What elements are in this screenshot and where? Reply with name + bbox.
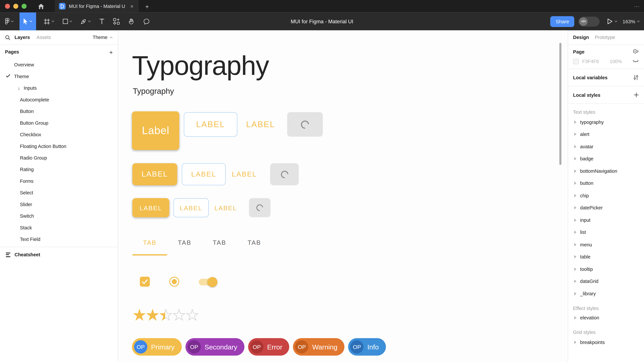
close-window-button[interactable] xyxy=(5,4,10,9)
pen-tool-button[interactable] xyxy=(80,12,92,30)
dev-mode-toggle[interactable]: </> xyxy=(578,16,600,26)
text-button-medium[interactable]: LABEL xyxy=(230,163,259,185)
triangle-right-icon[interactable] xyxy=(574,169,576,173)
style-item-badge[interactable]: badge xyxy=(573,153,639,165)
star-full-icon[interactable]: ★ xyxy=(132,305,145,324)
eye-closed-icon[interactable] xyxy=(632,59,639,64)
window-more-icon[interactable]: ⋯ xyxy=(634,0,640,12)
tab-layers[interactable]: Layers xyxy=(14,35,30,40)
loading-button-medium[interactable] xyxy=(270,163,299,185)
page-item-floating-action-button[interactable]: Floating Action Button xyxy=(0,140,118,152)
add-page-button[interactable]: + xyxy=(109,48,113,56)
triangle-right-icon[interactable] xyxy=(574,182,576,185)
style-item-elevation[interactable]: elevation xyxy=(573,312,639,324)
star-half-icon[interactable]: ☆★ xyxy=(158,305,172,324)
text-tool-button[interactable] xyxy=(98,12,106,30)
style-item-library[interactable]: _library xyxy=(573,287,639,300)
page-dropdown[interactable]: Theme xyxy=(92,35,113,40)
chip-info[interactable]: OP Info xyxy=(348,338,386,356)
page-item-inputs[interactable]: ↓ Inputs xyxy=(0,82,118,94)
loading-button-small[interactable] xyxy=(249,198,270,217)
page-color-hex[interactable]: F3F4F6 xyxy=(582,59,599,64)
minimize-window-button[interactable] xyxy=(13,4,18,9)
zoom-menu[interactable]: 163% xyxy=(622,19,640,24)
file-tab[interactable]: MUI for Figma - Material UI ✕ xyxy=(55,0,138,12)
contained-button-medium[interactable]: LABEL xyxy=(132,163,177,185)
text-button-small[interactable]: LABEL xyxy=(213,198,238,217)
outlined-button-large[interactable]: LABEL xyxy=(184,112,237,137)
outlined-button-small[interactable]: LABEL xyxy=(173,198,209,217)
tab-item-active[interactable]: TAB xyxy=(141,239,159,246)
style-item-chip[interactable]: chip xyxy=(573,190,639,202)
page-item-autocomplete[interactable]: Autocomplete xyxy=(0,94,118,105)
style-item-menu[interactable]: menu xyxy=(573,239,639,251)
page-item-stack[interactable]: Stack xyxy=(0,222,118,233)
page-color-opacity[interactable]: 100% xyxy=(610,59,622,64)
tab-prototype[interactable]: Prototype xyxy=(595,35,615,40)
tab-item[interactable]: TAB xyxy=(176,239,194,246)
search-icon[interactable] xyxy=(5,35,10,40)
chip-error[interactable]: OP Error xyxy=(248,338,290,356)
shape-tool-button[interactable] xyxy=(62,12,73,30)
local-styles-section[interactable]: Local styles xyxy=(568,86,644,104)
style-item-button[interactable]: button xyxy=(573,177,639,190)
page-item-theme[interactable]: Theme xyxy=(0,71,118,82)
page-item-radio-group[interactable]: Radio Group xyxy=(0,152,118,164)
triangle-right-icon[interactable] xyxy=(574,194,576,197)
actions-tool-button[interactable] xyxy=(112,12,121,30)
text-button-large[interactable]: LABEL xyxy=(244,112,277,137)
apply-variable-icon[interactable] xyxy=(632,49,639,55)
star-empty-icon[interactable]: ☆ xyxy=(172,305,185,324)
style-item-tooltip[interactable]: tooltip xyxy=(573,263,639,275)
page-item-slider[interactable]: Slider xyxy=(0,199,118,210)
chip-warning[interactable]: OP Warning xyxy=(293,338,344,356)
page-color-swatch[interactable] xyxy=(573,59,579,64)
switch-on[interactable] xyxy=(199,279,216,285)
cheatsheet-item[interactable]: Cheatsheet xyxy=(0,247,118,262)
triangle-right-icon[interactable] xyxy=(574,267,576,271)
hand-tool-button[interactable] xyxy=(127,12,136,30)
triangle-right-icon[interactable] xyxy=(574,340,576,344)
radio-selected[interactable] xyxy=(169,277,179,287)
contained-button-small[interactable]: LABEL xyxy=(132,198,169,217)
style-item-input[interactable]: input xyxy=(573,214,639,226)
canvas[interactable]: Typography Typography Label LABEL LABEL … xyxy=(118,30,568,362)
triangle-right-icon[interactable] xyxy=(574,219,576,222)
new-tab-button[interactable]: + xyxy=(140,0,154,12)
triangle-right-icon[interactable] xyxy=(574,145,576,148)
triangle-right-icon[interactable] xyxy=(574,231,576,234)
loading-button-large[interactable] xyxy=(287,112,323,137)
outlined-button-medium[interactable]: LABEL xyxy=(182,163,226,185)
style-item-typography[interactable]: typography xyxy=(573,116,639,128)
page-item-button-group[interactable]: Button Group xyxy=(0,117,118,129)
triangle-right-icon[interactable] xyxy=(574,243,576,246)
style-item-datepicker[interactable]: datePicker xyxy=(573,202,639,214)
page-item-forms[interactable]: Forms xyxy=(0,175,118,187)
triangle-right-icon[interactable] xyxy=(574,292,576,295)
star-full-icon[interactable]: ★ xyxy=(145,305,158,324)
checkbox-checked[interactable] xyxy=(140,277,150,287)
chip-primary[interactable]: OP Primary xyxy=(132,338,182,356)
close-tab-icon[interactable]: ✕ xyxy=(128,3,135,10)
style-item-avatar[interactable]: avatar xyxy=(573,140,639,153)
zoom-window-button[interactable] xyxy=(22,4,26,9)
comment-tool-button[interactable] xyxy=(142,12,150,30)
main-menu-button[interactable] xyxy=(0,12,16,30)
present-button[interactable] xyxy=(607,18,618,25)
page-item-text-field[interactable]: Text Field xyxy=(0,234,118,245)
variables-icon[interactable] xyxy=(633,74,639,81)
triangle-right-icon[interactable] xyxy=(574,255,576,258)
contained-button-large[interactable]: Label xyxy=(132,111,179,150)
tab-item[interactable]: TAB xyxy=(245,239,264,246)
page-item-overview[interactable]: Overview xyxy=(0,59,118,71)
triangle-right-icon[interactable] xyxy=(574,133,576,136)
tab-item[interactable]: TAB xyxy=(210,239,229,246)
share-button[interactable]: Share xyxy=(550,16,574,27)
canvas-heading[interactable]: Typography xyxy=(132,50,269,81)
triangle-right-icon[interactable] xyxy=(574,157,576,160)
style-item-bottomnavigation[interactable]: bottomNavigation xyxy=(573,165,639,177)
triangle-right-icon[interactable] xyxy=(574,206,576,209)
style-item-list[interactable]: list xyxy=(573,226,639,239)
chip-secondary[interactable]: OP Secondary xyxy=(186,338,244,356)
local-variables-section[interactable]: Local variables xyxy=(568,69,644,87)
